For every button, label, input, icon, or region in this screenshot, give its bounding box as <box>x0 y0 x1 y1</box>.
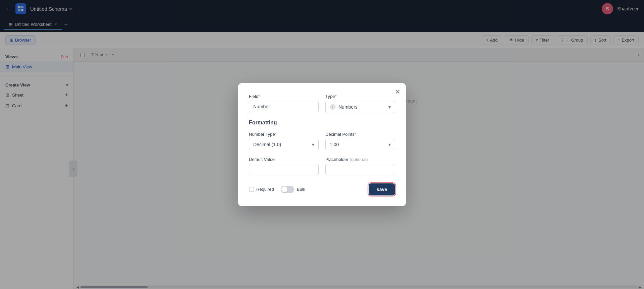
decimal-points-select[interactable]: 1.00 ▾ <box>325 139 395 150</box>
type-label: Type* <box>325 94 395 99</box>
placeholder-input[interactable] <box>325 164 395 175</box>
type-info-icon: i <box>330 104 336 110</box>
default-value-label: Default Value <box>249 157 319 162</box>
toggle-knob <box>281 186 287 192</box>
decimal-points-dropdown-icon: ▾ <box>388 142 391 147</box>
decimal-points-group: Decimal Points* 1.00 ▾ <box>325 132 395 150</box>
save-button[interactable]: save <box>369 183 395 195</box>
default-placeholder-row: Default Value Placeholder (optional) <box>249 157 395 175</box>
default-value-group: Default Value <box>249 157 319 175</box>
number-type-select[interactable]: Decimal (1.0) ▾ <box>249 139 319 150</box>
decimal-points-value: 1.00 <box>330 142 339 147</box>
modal-footer: Required Bulk save <box>249 183 395 195</box>
field-required-star: * <box>258 94 260 99</box>
modal-close-button[interactable]: ✕ <box>395 89 400 95</box>
type-group: Type* i Numbers ▾ <box>325 94 395 113</box>
placeholder-group: Placeholder (optional) <box>325 157 395 175</box>
default-value-input[interactable] <box>249 164 319 175</box>
number-decimal-row: Number Type* Decimal (1.0) ▾ Decimal Poi… <box>249 132 395 150</box>
bulk-label: Bulk <box>297 187 305 192</box>
type-value: Numbers <box>338 104 358 110</box>
type-select[interactable]: i Numbers ▾ <box>325 101 395 113</box>
decimal-points-label: Decimal Points* <box>325 132 395 137</box>
type-dropdown-icon: ▾ <box>388 104 391 110</box>
required-checkbox[interactable] <box>249 187 254 192</box>
save-button-ring <box>368 182 396 196</box>
field-input[interactable] <box>249 101 319 112</box>
field-modal: ✕ Field* Type* i Numbers ▾ <box>238 83 406 206</box>
required-label: Required <box>256 187 274 192</box>
formatting-title: Formatting <box>249 120 395 126</box>
bulk-toggle[interactable] <box>281 186 294 193</box>
field-name-group: Field* <box>249 94 319 113</box>
placeholder-label: Placeholder (optional) <box>325 157 395 162</box>
field-type-row: Field* Type* i Numbers ▾ <box>249 94 395 113</box>
modal-overlay[interactable]: ✕ Field* Type* i Numbers ▾ <box>0 0 644 289</box>
bulk-toggle-group: Bulk <box>281 186 305 193</box>
number-type-dropdown-icon: ▾ <box>312 142 314 147</box>
number-type-value: Decimal (1.0) <box>253 142 281 147</box>
field-label: Field* <box>249 94 319 99</box>
required-checkbox-group: Required <box>249 187 274 192</box>
type-required-star: * <box>335 94 336 99</box>
number-type-group: Number Type* Decimal (1.0) ▾ <box>249 132 319 150</box>
number-type-label: Number Type* <box>249 132 319 137</box>
